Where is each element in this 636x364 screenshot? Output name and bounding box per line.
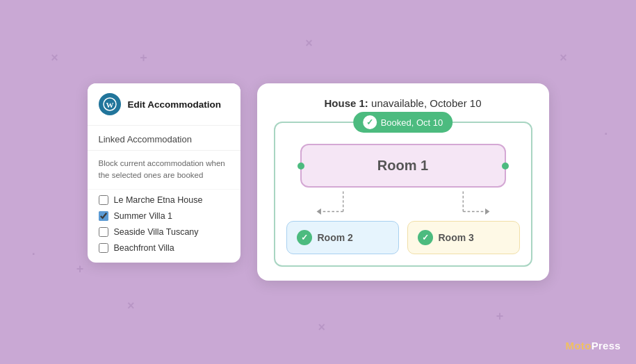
svg-text:W: W (106, 101, 113, 109)
svg-marker-7 (485, 208, 489, 215)
right-panel: House 1: unavailable, October 10 Booked,… (257, 83, 549, 281)
brand-name-part1: Moto (566, 340, 592, 351)
left-connector-dot (297, 163, 304, 169)
room2-label: Room 2 (318, 232, 353, 243)
checkbox-summer-villa-input[interactable] (99, 211, 108, 221)
checkbox-beachfront-label: Beachfront Villa (114, 243, 174, 253)
left-panel: W Edit Accommodation Linked Accommodatio… (88, 83, 240, 263)
block-description: Block current accommodation when the sel… (88, 151, 240, 190)
linked-accommodation-label: Linked Accommodation (88, 126, 240, 151)
edit-accommodation-title: Edit Accommodation (128, 99, 222, 110)
checkbox-beachfront[interactable]: Beachfront Villa (99, 243, 229, 253)
brand-name-part2: Press (592, 340, 621, 351)
panel-header: W Edit Accommodation (88, 83, 240, 126)
deco-symbol: · (32, 247, 35, 262)
checkbox-beachfront-input[interactable] (99, 243, 108, 253)
room2-check-icon (297, 230, 312, 245)
booked-check-icon (363, 115, 377, 129)
room1-label: Room 1 (377, 158, 428, 173)
checkbox-le-marche-input[interactable] (99, 195, 108, 205)
deco-symbol: + (496, 309, 504, 324)
room3-box: Room 3 (407, 221, 520, 254)
checkbox-seaside-villa-input[interactable] (99, 227, 108, 237)
deco-symbol: · (604, 127, 608, 142)
room2-box: Room 2 (286, 221, 399, 254)
deco-symbol: + (76, 262, 84, 276)
checkbox-list: Le Marche Etna House Summer Villa 1 Seas… (88, 190, 240, 263)
deco-symbol: × (127, 299, 135, 313)
wordpress-icon: W (103, 97, 117, 111)
deco-symbol: × (51, 51, 58, 65)
arrows-diagram (286, 188, 520, 215)
room1-box: Room 1 (300, 144, 506, 188)
checkbox-summer-villa[interactable]: Summer Villa 1 (99, 211, 229, 221)
booked-badge-text: Booked, Oct 10 (381, 117, 443, 128)
deco-symbol: × (318, 320, 326, 335)
room3-label: Room 3 (439, 232, 474, 243)
checkbox-le-marche-label: Le Marche Etna House (114, 195, 203, 205)
svg-marker-4 (316, 208, 320, 215)
checkbox-summer-villa-label: Summer Villa 1 (114, 211, 173, 221)
bottom-rooms: Room 2 Room 3 (286, 221, 520, 254)
diagram-title-rest: unavailable, October 10 (368, 97, 482, 109)
room3-check-icon (418, 230, 433, 245)
right-connector-dot (502, 163, 509, 169)
checkbox-seaside-villa[interactable]: Seaside Villa Tuscany (99, 227, 229, 237)
diagram-title-bold: House 1: (325, 97, 368, 109)
motopress-brand: MotoPress (566, 340, 621, 351)
wp-logo: W (99, 93, 121, 115)
main-content: W Edit Accommodation Linked Accommodatio… (88, 83, 549, 281)
booked-badge: Booked, Oct 10 (353, 112, 453, 133)
checkbox-le-marche[interactable]: Le Marche Etna House (99, 195, 229, 205)
diagram-title: House 1: unavailable, October 10 (274, 97, 532, 109)
deco-symbol: × (305, 36, 313, 51)
checkbox-seaside-villa-label: Seaside Villa Tuscany (114, 227, 199, 237)
diagram-container: Booked, Oct 10 Room 1 (274, 122, 532, 267)
deco-symbol: + (140, 51, 147, 65)
deco-symbol: × (560, 51, 567, 65)
